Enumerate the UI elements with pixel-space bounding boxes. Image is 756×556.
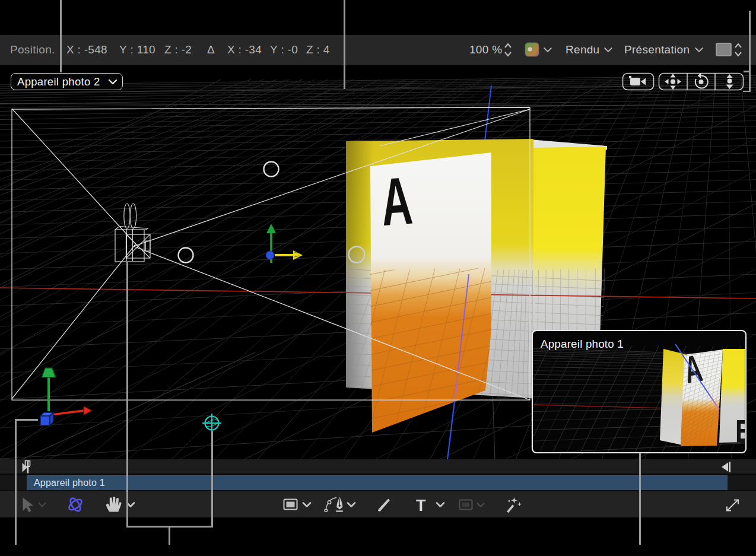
svg-text:T: T — [416, 497, 426, 514]
